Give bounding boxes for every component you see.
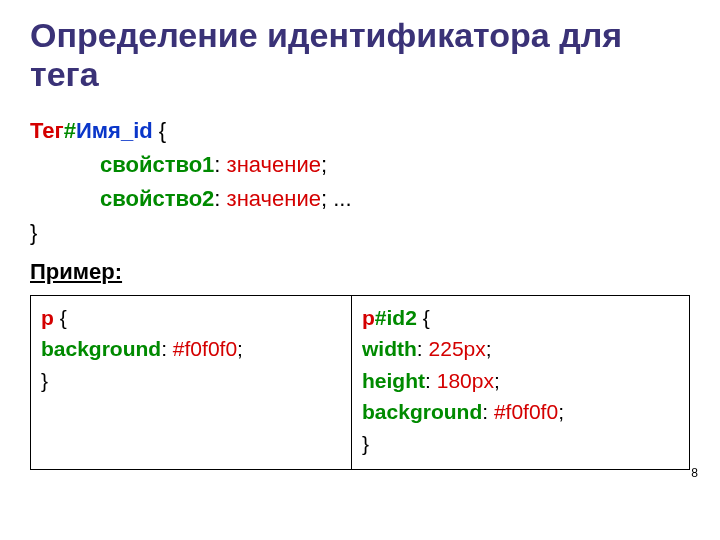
slide-title: Определение идентификатора для тега — [30, 16, 690, 94]
left-line-2: background: #f0f0f0; — [41, 333, 341, 365]
syntax-name: Имя_id — [76, 118, 153, 143]
table-cell-right: p#id2 { width: 225px; height: 180px; bac… — [352, 296, 689, 470]
left-colon: : — [161, 337, 173, 360]
table-cell-left: p { background: #f0f0f0; } — [31, 296, 352, 470]
left-brace: { — [54, 306, 67, 329]
right-semi-w: ; — [486, 337, 492, 360]
syntax-val1: значение — [227, 152, 321, 177]
syntax-hash: # — [64, 118, 76, 143]
left-line-3: } — [41, 365, 341, 397]
right-id: #id2 — [375, 306, 417, 329]
right-line-3: height: 180px; — [362, 365, 679, 397]
syntax-block: Тег#Имя_id { свойство1: значение; свойст… — [30, 114, 690, 288]
right-line-5: } — [362, 428, 679, 460]
right-semi-h: ; — [494, 369, 500, 392]
right-selector: p — [362, 306, 375, 329]
syntax-semi1: ; — [321, 152, 327, 177]
syntax-colon1: : — [214, 152, 226, 177]
right-val-w: 225px — [429, 337, 486, 360]
example-label: Пример: — [30, 255, 690, 289]
left-line-1: p { — [41, 302, 341, 334]
right-colon-w: : — [417, 337, 429, 360]
right-prop-h: height — [362, 369, 425, 392]
syntax-val2: значение — [227, 186, 321, 211]
syntax-colon2: : — [214, 186, 226, 211]
syntax-brace-open: { — [159, 118, 166, 143]
syntax-line-1: Тег#Имя_id { — [30, 114, 690, 148]
syntax-line-3: свойство2: значение; ... — [100, 182, 690, 216]
left-semi: ; — [237, 337, 243, 360]
left-selector: p — [41, 306, 54, 329]
right-line-4: background: #f0f0f0; — [362, 396, 679, 428]
left-prop: background — [41, 337, 161, 360]
right-semi-bg: ; — [558, 400, 564, 423]
syntax-line-2: свойство1: значение; — [100, 148, 690, 182]
right-line-1: p#id2 { — [362, 302, 679, 334]
syntax-tag: Тег — [30, 118, 64, 143]
right-prop-bg: background — [362, 400, 482, 423]
right-colon-bg: : — [482, 400, 494, 423]
right-val-h: 180px — [437, 369, 494, 392]
right-val-bg: #f0f0f0 — [494, 400, 558, 423]
example-table: p { background: #f0f0f0; } p#id2 { width… — [30, 295, 690, 471]
page-number: 8 — [691, 466, 698, 480]
syntax-line-4: } — [30, 216, 690, 250]
syntax-semi2: ; — [321, 186, 333, 211]
syntax-prop1: свойство1 — [100, 152, 214, 177]
right-line-2: width: 225px; — [362, 333, 679, 365]
right-prop-w: width — [362, 337, 417, 360]
syntax-ell: ... — [333, 186, 351, 211]
right-brace: { — [417, 306, 430, 329]
left-val: #f0f0f0 — [173, 337, 237, 360]
syntax-prop2: свойство2 — [100, 186, 214, 211]
right-colon-h: : — [425, 369, 437, 392]
